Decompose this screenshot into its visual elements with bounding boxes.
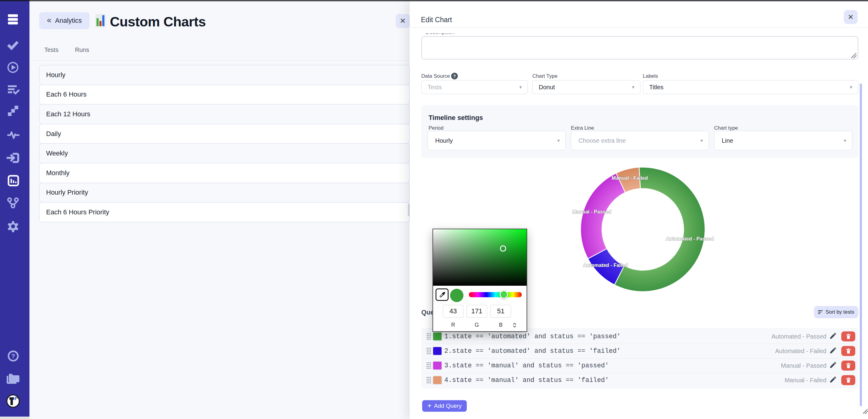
svg-text:Automated - Failed: Automated - Failed [583, 262, 628, 268]
svg-text:?: ? [11, 353, 15, 359]
svg-text:Manual - Failed: Manual - Failed [612, 175, 648, 181]
svg-text:Manual - Passed: Manual - Passed [572, 209, 611, 214]
svg-text:Automated - Passed: Automated - Passed [666, 236, 714, 241]
svg-text:?: ? [453, 74, 456, 79]
